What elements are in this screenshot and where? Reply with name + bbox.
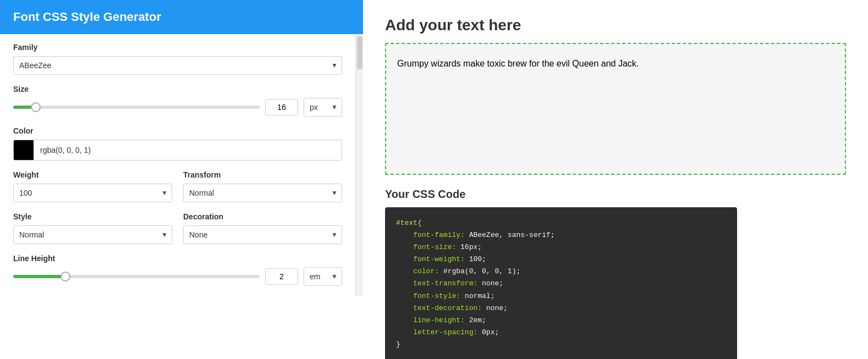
color-label: Color	[13, 126, 342, 135]
weight-field-group: Weight 100 200 300 400 500 600 700 800 9…	[13, 170, 172, 202]
decoration-select[interactable]: None Underline Overline Line-through	[183, 225, 342, 244]
preview-box[interactable]: Grumpy wizards make toxic brew for the e…	[385, 43, 846, 175]
lineheight-number-input[interactable]	[265, 268, 298, 285]
lineheight-row: em px rem % ▼	[13, 267, 342, 286]
lineheight-label: Line Height	[13, 254, 342, 263]
scrollbar-thumb[interactable]	[357, 36, 362, 69]
style-field-group: Style Normal Italic Oblique ▼	[13, 212, 172, 244]
lineheight-field-group: Line Height em px rem % ▼	[13, 254, 342, 286]
lineheight-unit-wrapper: em px rem % ▼	[304, 267, 342, 286]
size-number-input[interactable]	[265, 99, 298, 115]
panel-content: Family ABeeZee Arial Georgia ▼ Size	[0, 34, 355, 296]
lineheight-unit-select[interactable]: em px rem %	[304, 267, 342, 286]
lineheight-slider[interactable]	[13, 275, 260, 278]
color-field-group: Color rgba(0, 0, 0, 1)	[13, 126, 342, 161]
style-decoration-row: Style Normal Italic Oblique ▼ Decoration	[13, 212, 342, 244]
size-unit-select[interactable]: px em rem %	[304, 98, 342, 117]
weight-transform-row: Weight 100 200 300 400 500 600 700 800 9…	[13, 170, 342, 202]
family-label: Family	[13, 43, 342, 52]
color-value: rgba(0, 0, 0, 1)	[34, 141, 342, 159]
transform-select[interactable]: Normal Uppercase Lowercase Capitalize	[183, 184, 342, 202]
css-code: #text{ font-family: ABeeZee, sans-serif;…	[396, 217, 726, 351]
weight-select[interactable]: 100 200 300 400 500 600 700 800 900	[13, 184, 172, 202]
style-label: Style	[13, 212, 172, 221]
style-select-wrapper: Normal Italic Oblique ▼	[13, 225, 172, 244]
right-panel: Add your text here Grumpy wizards make t…	[363, 0, 868, 359]
css-code-block: #text{ font-family: ABeeZee, sans-serif;…	[385, 207, 737, 359]
left-panel: Font CSS Style Generator Family ABeeZee …	[0, 0, 363, 359]
transform-select-wrapper: Normal Uppercase Lowercase Capitalize ▼	[183, 184, 342, 202]
decoration-label: Decoration	[183, 212, 342, 221]
family-select[interactable]: ABeeZee Arial Georgia	[13, 56, 342, 75]
scrollbar-track[interactable]	[355, 34, 363, 296]
preview-text: Grumpy wizards make toxic brew for the e…	[397, 55, 834, 73]
style-select[interactable]: Normal Italic Oblique	[13, 225, 172, 244]
transform-label: Transform	[183, 170, 342, 179]
size-unit-wrapper: px em rem % ▼	[304, 98, 342, 117]
transform-field-group: Transform Normal Uppercase Lowercase Cap…	[183, 170, 342, 202]
decoration-field-group: Decoration None Underline Overline Line-…	[183, 212, 342, 244]
weight-label: Weight	[13, 170, 172, 179]
color-row: rgba(0, 0, 0, 1)	[13, 140, 342, 161]
decoration-select-wrapper: None Underline Overline Line-through ▼	[183, 225, 342, 244]
panel-scroll-wrapper: Family ABeeZee Arial Georgia ▼ Size	[0, 34, 363, 296]
size-row: px em rem % ▼	[13, 98, 342, 117]
size-label: Size	[13, 85, 342, 93]
css-output-title: Your CSS Code	[385, 188, 846, 201]
size-slider[interactable]	[13, 106, 260, 109]
preview-title: Add your text here	[385, 16, 846, 34]
weight-select-wrapper: 100 200 300 400 500 600 700 800 900 ▼	[13, 184, 172, 202]
size-field-group: Size px em rem % ▼	[13, 85, 342, 117]
lineheight-unit-select-wrapper: em px rem % ▼	[304, 267, 342, 286]
panel-header: Font CSS Style Generator	[0, 0, 363, 34]
panel-title: Font CSS Style Generator	[13, 10, 161, 24]
family-select-wrapper: ABeeZee Arial Georgia ▼	[13, 56, 342, 75]
color-swatch[interactable]	[14, 140, 34, 160]
size-unit-select-wrapper: px em rem % ▼	[304, 98, 342, 117]
family-field-group: Family ABeeZee Arial Georgia ▼	[13, 43, 342, 75]
